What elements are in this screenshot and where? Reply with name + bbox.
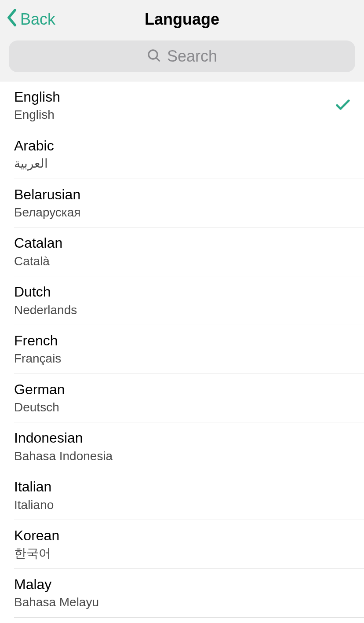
language-name: German	[14, 381, 65, 398]
language-name: Arabic	[14, 137, 54, 154]
language-name: Indonesian	[14, 429, 113, 446]
language-item-text: ItalianItaliano	[14, 478, 54, 513]
language-item[interactable]: Arabicالعربية	[0, 130, 364, 179]
language-item[interactable]: EnglishEnglish	[0, 81, 364, 130]
language-item[interactable]: GermanDeutsch	[0, 374, 364, 423]
search-wrapper: Search	[0, 40, 364, 72]
language-native-name: 한국어	[14, 546, 59, 561]
language-item-text: CatalanCatalà	[14, 235, 62, 269]
language-name: Catalan	[14, 235, 62, 251]
language-item[interactable]: FrenchFrançais	[0, 325, 364, 374]
language-name: English	[14, 88, 60, 105]
language-native-name: Bahasa Melayu	[14, 594, 99, 610]
language-list: EnglishEnglishArabicالعربيةBelarusianБел…	[0, 81, 364, 618]
language-item-text: GermanDeutsch	[14, 381, 65, 416]
language-item[interactable]: MalayBahasa Melayu	[0, 569, 364, 618]
language-name: Malay	[14, 576, 99, 593]
header: Back Language Search	[0, 0, 364, 81]
language-item[interactable]: CatalanCatalà	[0, 227, 364, 276]
language-native-name: Français	[14, 351, 61, 366]
check-icon	[336, 99, 350, 113]
chevron-left-icon	[6, 9, 18, 30]
language-native-name: Bahasa Indonesia	[14, 448, 113, 464]
language-native-name: English	[14, 107, 60, 123]
language-native-name: Català	[14, 253, 62, 269]
language-item[interactable]: IndonesianBahasa Indonesia	[0, 422, 364, 471]
language-item[interactable]: Korean한국어	[0, 520, 364, 569]
language-item-text: DutchNederlands	[14, 283, 77, 318]
language-name: Italian	[14, 478, 54, 495]
search-input[interactable]: Search	[9, 40, 355, 72]
language-item[interactable]: DutchNederlands	[0, 276, 364, 325]
language-native-name: Deutsch	[14, 399, 65, 415]
svg-point-0	[149, 50, 157, 59]
page-title: Language	[145, 10, 219, 29]
language-native-name: Italiano	[14, 497, 54, 513]
language-native-name: Nederlands	[14, 302, 77, 318]
search-icon	[147, 48, 161, 64]
language-name: French	[14, 332, 61, 349]
back-button[interactable]: Back	[6, 9, 55, 30]
language-item-text: Arabicالعربية	[14, 137, 54, 172]
language-item-text: FrenchFrançais	[14, 332, 61, 367]
nav-bar: Back Language	[0, 0, 364, 39]
language-item[interactable]: BelarusianБеларуская	[0, 179, 364, 228]
language-item-text: IndonesianBahasa Indonesia	[14, 429, 113, 464]
language-name: Korean	[14, 527, 59, 544]
language-item-text: Korean한국어	[14, 527, 59, 562]
language-name: Dutch	[14, 283, 77, 300]
back-label: Back	[20, 10, 55, 29]
search-placeholder: Search	[167, 47, 217, 66]
language-native-name: Беларуская	[14, 205, 80, 220]
language-name: Belarusian	[14, 186, 80, 203]
language-item-text: MalayBahasa Melayu	[14, 576, 99, 611]
language-item-text: EnglishEnglish	[14, 88, 60, 123]
language-native-name: العربية	[14, 156, 54, 172]
language-item[interactable]: ItalianItaliano	[0, 471, 364, 520]
language-item-text: BelarusianБеларуская	[14, 186, 80, 221]
svg-line-1	[156, 58, 160, 61]
